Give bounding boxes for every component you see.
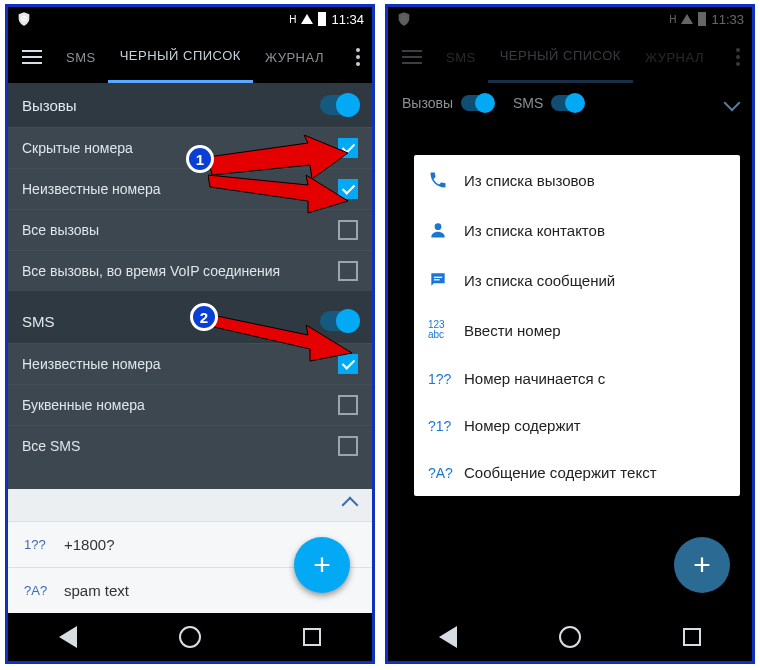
checkbox[interactable] <box>338 395 358 415</box>
pattern-icon: ?1? <box>428 418 464 434</box>
menu-enter-number[interactable]: 123 abc Ввести номер <box>414 305 740 355</box>
row-sms-letter[interactable]: Буквенные номера <box>8 384 372 425</box>
nav-bar <box>388 613 752 661</box>
row-all-calls-voip[interactable]: Все вызовы, во время VoIP соединения <box>8 250 372 291</box>
shield-icon <box>16 11 32 27</box>
checkbox[interactable] <box>338 436 358 456</box>
menu-from-messages[interactable]: Из списка сообщений <box>414 255 740 305</box>
recent-icon[interactable] <box>303 628 321 646</box>
keypad-icon: 123 abc <box>428 320 464 340</box>
tab-log[interactable]: ЖУРНАЛ <box>253 31 336 83</box>
annotation-badge-1: 1 <box>186 145 214 173</box>
clock: 11:34 <box>331 12 364 27</box>
menu-label: Из списка вызовов <box>464 172 595 189</box>
filter-header: Вызовы SMS <box>388 95 752 111</box>
add-menu: Из списка вызовов Из списка контактов Из… <box>414 155 740 496</box>
svg-point-7 <box>435 223 442 230</box>
filter-calls-label: Вызовы <box>402 95 453 111</box>
row-label: Буквенные номера <box>22 397 145 413</box>
calls-toggle[interactable] <box>320 95 358 115</box>
row-label: Неизвестные номера <box>22 181 161 197</box>
nav-bar <box>8 613 372 661</box>
svg-marker-4 <box>212 315 352 361</box>
calls-toggle[interactable] <box>461 95 493 111</box>
tab-blacklist[interactable]: ЧЕРНЫЙ СПИСОК <box>108 31 253 83</box>
status-bar: H 11:34 <box>8 7 372 31</box>
section-calls-label: Вызовы <box>22 97 77 114</box>
message-icon <box>428 270 464 290</box>
expand-bar[interactable] <box>8 489 372 521</box>
overflow-icon[interactable] <box>344 48 372 66</box>
network-indicator: H <box>289 14 296 25</box>
back-icon[interactable] <box>439 626 457 648</box>
person-icon <box>428 220 464 240</box>
checkbox[interactable] <box>338 261 358 281</box>
menu-from-contacts[interactable]: Из списка контактов <box>414 205 740 255</box>
section-calls: Вызовы <box>8 83 372 127</box>
annotation-arrow <box>212 303 352 368</box>
section-sms-label: SMS <box>22 313 55 330</box>
row-label: Все вызовы <box>22 222 99 238</box>
recent-icon[interactable] <box>683 628 701 646</box>
svg-rect-8 <box>434 277 442 278</box>
entry-icon: 1?? <box>24 537 64 552</box>
chevron-down-icon[interactable] <box>724 95 741 112</box>
annotation-arrow <box>208 165 348 225</box>
battery-icon <box>318 12 326 26</box>
menu-label: Номер содержит <box>464 417 581 434</box>
menu-icon[interactable] <box>8 50 54 64</box>
signal-icon <box>301 14 313 24</box>
tab-sms[interactable]: SMS <box>54 31 108 83</box>
tabs: SMS ЧЕРНЫЙ СПИСОК ЖУРНАЛ <box>54 31 344 83</box>
menu-label: Из списка контактов <box>464 222 605 239</box>
menu-label: Номер начинается с <box>464 370 605 387</box>
menu-label: Из списка сообщений <box>464 272 615 289</box>
svg-marker-3 <box>208 175 348 213</box>
pattern-icon: ?A? <box>428 465 464 481</box>
row-label: Все вызовы, во время VoIP соединения <box>22 263 280 279</box>
annotation-badge-2: 2 <box>190 303 218 331</box>
home-icon[interactable] <box>179 626 201 648</box>
divider <box>8 291 372 299</box>
menu-label: Ввести номер <box>464 322 561 339</box>
phone-right: H 11:33 SMS ЧЕРНЫЙ СПИСОК ЖУРНАЛ Вызовы … <box>385 4 755 664</box>
back-icon[interactable] <box>59 626 77 648</box>
row-label: Скрытые номера <box>22 140 133 156</box>
pattern-icon: 1?? <box>428 371 464 387</box>
entry-text: spam text <box>64 582 129 599</box>
svg-rect-9 <box>434 279 440 280</box>
add-fab[interactable]: + <box>674 537 730 593</box>
menu-text-contains[interactable]: ?A? Сообщение содержит текст <box>414 449 740 496</box>
home-icon[interactable] <box>559 626 581 648</box>
menu-from-calls[interactable]: Из списка вызовов <box>414 155 740 205</box>
row-label: Все SMS <box>22 438 80 454</box>
sms-toggle[interactable] <box>551 95 583 111</box>
entry-text: +1800? <box>64 536 114 553</box>
row-sms-all[interactable]: Все SMS <box>8 425 372 466</box>
menu-contains[interactable]: ?1? Номер содержит <box>414 402 740 449</box>
menu-label: Сообщение содержит текст <box>464 464 657 481</box>
add-fab[interactable]: + <box>294 537 350 593</box>
app-bar: SMS ЧЕРНЫЙ СПИСОК ЖУРНАЛ <box>8 31 372 83</box>
row-label: Неизвестные номера <box>22 356 161 372</box>
entry-icon: ?A? <box>24 583 64 598</box>
chevron-up-icon <box>342 497 359 514</box>
filter-sms-label: SMS <box>513 95 543 111</box>
menu-starts-with[interactable]: 1?? Номер начинается с <box>414 355 740 402</box>
phone-left: H 11:34 SMS ЧЕРНЫЙ СПИСОК ЖУРНАЛ Вызовы … <box>5 4 375 664</box>
phone-icon <box>428 170 464 190</box>
